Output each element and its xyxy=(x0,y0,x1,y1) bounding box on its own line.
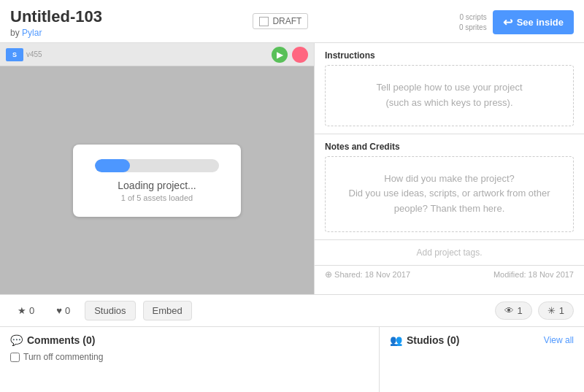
instructions-placeholder[interactable]: Tell people how to use your project(such… xyxy=(325,65,574,126)
action-bar-left: ★ 0 ♥ 0 Studios Embed xyxy=(10,301,192,320)
shared-info: ⊕ Shared: 18 Nov 2017 Modified: 18 Nov 2… xyxy=(315,266,584,283)
comments-header: 💬 Comments (0) xyxy=(10,334,369,346)
turn-off-checkbox[interactable] xyxy=(10,353,20,362)
love-button[interactable]: ♥ 0 xyxy=(49,302,77,319)
studios-panel: 👥 Studios (0) View all xyxy=(380,327,584,392)
arrow-icon: ↩ xyxy=(503,15,512,29)
project-title: Untitled-103 xyxy=(10,7,102,26)
scripts-count: 0 scripts xyxy=(459,12,487,23)
tags-area: Add project tags. xyxy=(315,240,584,266)
toolbar-right: ▶ xyxy=(272,47,308,63)
version-label: v455 xyxy=(26,50,42,58)
studios-title: 👥 Studios (0) xyxy=(390,334,459,346)
stop-button[interactable] xyxy=(292,47,308,63)
studios-icon: 👥 xyxy=(390,334,402,346)
comments-panel: 💬 Comments (0) Turn off commenting xyxy=(0,327,380,392)
instructions-title: Instructions xyxy=(325,50,574,61)
author-link[interactable]: Pylar xyxy=(22,28,42,38)
author-prefix: by xyxy=(10,28,20,38)
turn-off-label[interactable]: Turn off commenting xyxy=(10,352,369,362)
main-content: S v455 ▶ Loading project... 1 of 5 asset… xyxy=(0,42,584,294)
comments-title: Comments (0) xyxy=(27,334,95,346)
remixes-pill: ✳ 1 xyxy=(538,301,574,320)
studios-button[interactable]: Studios xyxy=(85,301,135,320)
sprites-count: 0 sprites xyxy=(459,23,487,33)
notes-placeholder[interactable]: How did you make the project?Did you use… xyxy=(325,156,574,232)
views-count: 1 xyxy=(518,305,523,316)
player-area: S v455 ▶ Loading project... 1 of 5 asset… xyxy=(0,43,314,294)
loading-text: Loading project... xyxy=(95,180,219,191)
studios-title-text: Studios (0) xyxy=(407,334,459,346)
draft-label: DRAFT xyxy=(272,16,301,26)
player-toolbar: S v455 ▶ xyxy=(0,43,314,66)
scratch-logo: S xyxy=(6,48,23,61)
shared-date: ⊕ Shared: 18 Nov 2017 xyxy=(325,269,410,280)
info-area: Instructions Tell people how to use your… xyxy=(314,43,584,294)
favorite-count: 0 xyxy=(29,305,34,316)
draft-checkbox[interactable] xyxy=(259,17,269,26)
progress-bar-inner xyxy=(95,159,130,172)
modified-date: Modified: 18 Nov 2017 xyxy=(493,270,574,279)
header-center: DRAFT xyxy=(253,7,308,29)
draft-badge[interactable]: DRAFT xyxy=(253,13,308,29)
page-wrapper: Untitled-103 by Pylar DRAFT 0 scripts 0 … xyxy=(0,0,584,392)
scripts-sprites: 0 scripts 0 sprites xyxy=(459,12,487,33)
action-bar-right: 👁 1 ✳ 1 xyxy=(495,301,574,320)
views-pill: 👁 1 xyxy=(495,301,532,320)
action-bar: ★ 0 ♥ 0 Studios Embed 👁 1 ✳ 1 xyxy=(0,294,584,326)
progress-bar-outer xyxy=(95,159,219,172)
star-icon: ★ xyxy=(18,305,26,316)
comment-bubble-icon: 💬 xyxy=(10,334,23,346)
heart-icon: ♥ xyxy=(56,305,62,316)
view-all-link[interactable]: View all xyxy=(544,335,574,345)
see-inside-button[interactable]: ↩ See inside xyxy=(493,10,574,34)
notes-title: Notes and Credits xyxy=(325,142,574,152)
loading-box: Loading project... 1 of 5 assets loaded xyxy=(73,145,241,217)
tags-placeholder[interactable]: Add project tags. xyxy=(325,245,574,261)
loading-sub: 1 of 5 assets loaded xyxy=(95,193,219,202)
instructions-section: Instructions Tell people how to use your… xyxy=(315,43,584,134)
embed-button[interactable]: Embed xyxy=(143,301,192,320)
favorite-button[interactable]: ★ 0 xyxy=(10,302,42,319)
love-count: 0 xyxy=(65,305,70,316)
player-stage: Loading project... 1 of 5 assets loaded xyxy=(0,66,314,294)
header: Untitled-103 by Pylar DRAFT 0 scripts 0 … xyxy=(0,0,584,42)
remixes-count: 1 xyxy=(559,305,564,316)
toolbar-left: S v455 xyxy=(6,48,42,61)
remix-icon: ✳ xyxy=(548,305,556,316)
green-flag-button[interactable]: ▶ xyxy=(272,47,288,63)
bottom-section: 💬 Comments (0) Turn off commenting 👥 Stu… xyxy=(0,326,584,392)
project-author: by Pylar xyxy=(10,28,102,38)
studios-header: 👥 Studios (0) View all xyxy=(390,334,574,346)
header-left: Untitled-103 by Pylar xyxy=(10,7,102,38)
header-right: 0 scripts 0 sprites ↩ See inside xyxy=(459,7,574,34)
eye-icon: 👁 xyxy=(504,305,514,316)
turn-off-text: Turn off commenting xyxy=(23,352,103,362)
shared-icon: ⊕ xyxy=(325,269,332,280)
notes-section: Notes and Credits How did you make the p… xyxy=(315,134,584,240)
see-inside-label: See inside xyxy=(517,17,564,28)
shared-label: Shared: 18 Nov 2017 xyxy=(334,270,410,279)
